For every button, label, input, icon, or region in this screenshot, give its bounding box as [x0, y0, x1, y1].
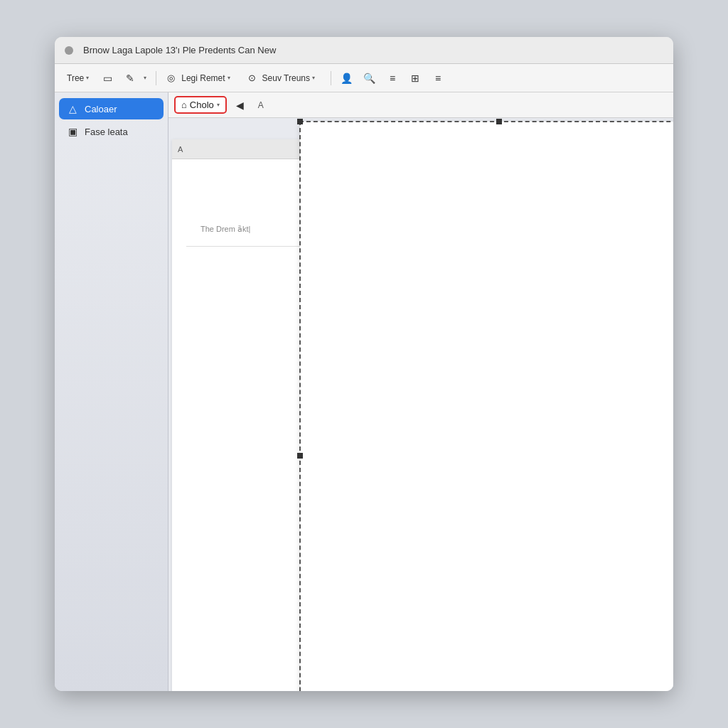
seuv-dropdown[interactable]: Seuv Treuns ▾ [257, 71, 320, 85]
title-bar: Brnow Laga Lapole 13'ı Ple Predents Can … [55, 37, 673, 64]
icon-button-3[interactable]: ≡ [383, 69, 402, 87]
tree-label: Tree [67, 73, 84, 83]
cholo-dropdown[interactable]: ⌂ Cholo ▾ [174, 96, 227, 114]
icon-button-4[interactable]: ⊞ [406, 69, 424, 87]
person-icon: 👤 [341, 73, 353, 84]
sep1 [156, 71, 156, 85]
list-icon: ≡ [390, 73, 395, 84]
handle-middle-left[interactable] [297, 453, 303, 459]
cholo-chevron-icon: ▾ [217, 102, 220, 108]
grid-icon: ⊞ [411, 73, 419, 84]
doc-toolbar: ⌂ Cholo ▾ ◀ A [168, 92, 673, 118]
legi-chevron-icon: ▾ [228, 75, 230, 81]
tree-dropdown[interactable]: Tree ▾ [62, 71, 94, 85]
main-toolbar: Tree ▾ ▭ ✎ ▾ ◎ Legi Remet ▾ ⊙ Seuv Treun… [55, 64, 673, 92]
search-icon: 🔍 [363, 73, 375, 84]
cholo-label: Cholo [190, 100, 214, 110]
legi-group: ◎ Legi Remet ▾ [163, 70, 239, 87]
icon-button-1[interactable]: 👤 [338, 69, 356, 87]
foreground-page[interactable] [300, 122, 673, 691]
tree-chevron-icon: ▾ [86, 75, 89, 81]
shape-icon: ▭ [103, 73, 112, 84]
icon-button-2[interactable]: 🔍 [360, 69, 379, 87]
legi-label: Legi Remet [181, 73, 225, 83]
draw-button[interactable]: ✎ [121, 69, 139, 87]
page-column-label: A [178, 145, 183, 154]
seuv-chevron-icon: ▾ [312, 75, 315, 81]
draw-icon: ✎ [126, 73, 134, 84]
icon-button-5[interactable]: ≡ [429, 69, 447, 87]
legi-circle-icon: ◎ [167, 73, 175, 83]
main-content: △ Caloaer ▣ Fase leata ⌂ Cholo ▾ ◀ [55, 92, 673, 691]
legi-dropdown[interactable]: Legi Remet ▾ [176, 71, 235, 85]
sidebar: △ Caloaer ▣ Fase leata [55, 92, 168, 691]
menu-icon: ≡ [435, 73, 441, 84]
triangle-icon: △ [66, 102, 79, 115]
sidebar-item-caloaer[interactable]: △ Caloaer [59, 98, 164, 119]
seuv-circle-icon: ⊙ [248, 73, 256, 83]
column-label: A [258, 100, 264, 110]
seuv-group: ⊙ Seuv Treuns ▾ [244, 70, 324, 87]
draw-chevron-icon: ▾ [144, 75, 146, 81]
app-window: Brnow Laga Lapole 13'ı Ple Predents Can … [55, 37, 673, 691]
sidebar-item-caloaer-label: Caloaer [85, 104, 117, 114]
image-icon: ▣ [66, 125, 79, 138]
window-title: Brnow Laga Lapole 13'ı Ple Predents Can … [83, 45, 276, 55]
sidebar-item-fase[interactable]: ▣ Fase leata [59, 121, 164, 142]
back-icon: ◀ [236, 100, 244, 111]
page-container: A The Drem ȁkt| [168, 118, 673, 691]
cholo-home-icon: ⌂ [181, 100, 187, 110]
traffic-light [65, 46, 73, 55]
handle-top-center[interactable] [496, 119, 502, 124]
page-content-text: The Drem ȁkt| [200, 225, 250, 234]
sep2 [331, 71, 331, 85]
handle-top-left[interactable] [297, 119, 303, 124]
seuv-label: Seuv Treuns [262, 73, 310, 83]
sidebar-item-fase-label: Fase leata [85, 127, 128, 137]
doc-area: ⌂ Cholo ▾ ◀ A A The Drem ȁkt| [168, 92, 673, 691]
back-button[interactable]: ◀ [231, 96, 250, 114]
shape-button[interactable]: ▭ [98, 69, 117, 87]
